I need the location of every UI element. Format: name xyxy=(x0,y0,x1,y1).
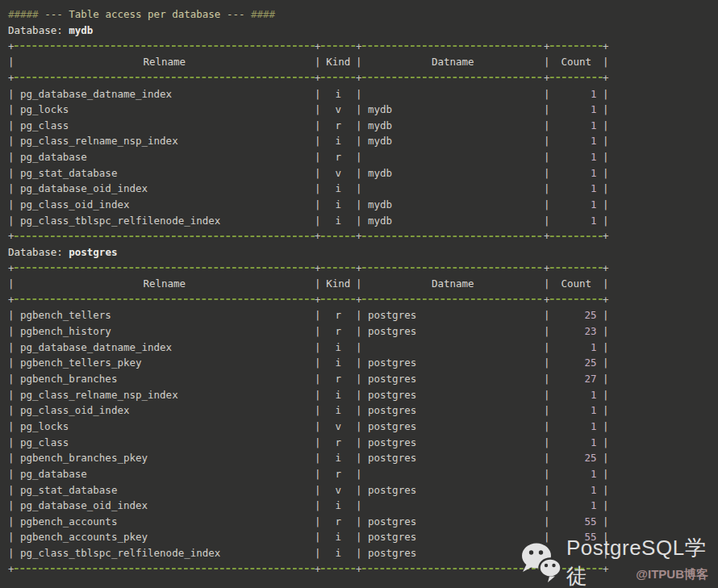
border-dash xyxy=(550,260,603,276)
column-separator: | xyxy=(8,468,15,480)
column-separator: | xyxy=(544,88,550,100)
column-separator: | xyxy=(356,468,362,480)
column-separator: | xyxy=(315,215,321,227)
datname-cell: postgres xyxy=(362,531,545,543)
column-separator: | xyxy=(8,167,15,179)
column-header: Datname xyxy=(362,277,545,290)
database-label: Database: xyxy=(8,24,63,36)
column-separator: | xyxy=(356,373,362,385)
border-dash xyxy=(15,260,315,276)
table-border: +++++ xyxy=(8,292,718,308)
column-separator: | xyxy=(544,309,550,321)
table-row: |pg_database|r||1| xyxy=(8,149,718,165)
count-cell: 1 xyxy=(550,88,603,100)
border-dash xyxy=(15,561,315,577)
column-separator: | xyxy=(603,389,609,401)
kind-cell: i xyxy=(321,547,357,559)
column-separator: | xyxy=(8,277,15,290)
datname-cell: postgres xyxy=(362,515,545,528)
database-name: mydb xyxy=(69,24,93,36)
column-separator: | xyxy=(544,547,550,559)
relname-cell: pgbench_accounts_pkey xyxy=(15,531,315,543)
column-separator: | xyxy=(544,531,550,543)
column-separator: | xyxy=(544,452,550,464)
table-row: |pgbench_accounts_pkey|i|postgres|55| xyxy=(8,529,718,545)
relname-cell: pg_stat_database xyxy=(15,484,315,496)
count-cell: 25 xyxy=(550,309,603,321)
relname-cell: pg_database xyxy=(15,468,315,480)
column-separator: | xyxy=(544,103,550,115)
table-row: |pg_class_oid_index|i|postgres|1| xyxy=(8,402,718,419)
column-separator: | xyxy=(8,436,15,448)
count-cell: 1 xyxy=(550,103,603,115)
column-separator: | xyxy=(8,198,15,211)
column-separator: | xyxy=(603,325,609,337)
column-separator: | xyxy=(8,341,15,353)
column-separator: | xyxy=(603,341,609,353)
border-junction: + xyxy=(356,262,362,274)
column-separator: | xyxy=(8,515,15,528)
column-separator: | xyxy=(603,215,609,227)
column-separator: | xyxy=(315,309,321,321)
column-separator: | xyxy=(356,88,362,100)
column-separator: | xyxy=(315,436,321,448)
datname-cell: postgres xyxy=(362,389,545,401)
datname-cell: postgres xyxy=(362,420,545,432)
table-border: +++++ xyxy=(8,561,718,577)
title-hash-right: #### xyxy=(251,8,275,20)
datname-cell: postgres xyxy=(362,484,545,496)
column-separator: | xyxy=(8,135,15,147)
border-junction: + xyxy=(8,262,15,274)
column-separator: | xyxy=(356,547,362,559)
column-separator: | xyxy=(356,167,362,179)
count-cell: 1 xyxy=(550,215,603,227)
kind-cell: i xyxy=(321,389,357,401)
column-separator: | xyxy=(544,119,550,131)
kind-cell: r xyxy=(321,468,357,480)
border-junction: + xyxy=(8,72,15,84)
column-separator: | xyxy=(544,468,550,480)
border-junction: + xyxy=(356,294,362,306)
column-separator: | xyxy=(356,309,362,321)
column-separator: | xyxy=(8,404,15,416)
table-row: |pg_database_datname_index|i||1| xyxy=(8,339,718,355)
kind-cell: v xyxy=(321,103,357,115)
datname-cell: postgres xyxy=(362,404,545,416)
relname-cell: pg_class xyxy=(15,436,315,448)
relname-cell: pg_class xyxy=(15,119,315,131)
column-separator: | xyxy=(315,531,321,543)
column-separator: | xyxy=(544,420,550,432)
table-border: +++++ xyxy=(8,260,718,276)
border-junction: + xyxy=(315,72,321,84)
border-dash xyxy=(321,260,357,276)
relname-cell: pg_class_relname_nsp_index xyxy=(15,135,315,147)
border-junction: + xyxy=(603,563,609,575)
border-dash xyxy=(321,292,357,308)
kind-cell: i xyxy=(321,135,357,147)
column-separator: | xyxy=(603,468,609,480)
column-separator: | xyxy=(544,325,550,337)
column-separator: | xyxy=(315,135,321,147)
datname-cell: mydb xyxy=(362,135,545,147)
column-separator: | xyxy=(8,389,15,401)
column-separator: | xyxy=(356,198,362,211)
column-separator: | xyxy=(315,404,321,416)
column-header: Relname xyxy=(15,56,315,68)
column-separator: | xyxy=(544,135,550,147)
border-junction: + xyxy=(544,40,550,52)
title-text: --- Table access per database --- xyxy=(44,8,244,20)
relname-cell: pg_locks xyxy=(15,420,315,432)
kind-cell: r xyxy=(321,151,357,163)
border-dash xyxy=(15,292,315,308)
datname-cell: postgres xyxy=(362,452,545,464)
column-separator: | xyxy=(603,531,609,543)
column-separator: | xyxy=(8,56,15,68)
table-border: +++++ xyxy=(8,228,718,244)
count-cell: 55 xyxy=(550,515,603,528)
database-section-postgres: Database:postgres +++++|Relname|Kind|Dat… xyxy=(8,244,718,577)
kind-cell: i xyxy=(321,182,357,194)
border-junction: + xyxy=(603,40,609,52)
column-separator: | xyxy=(356,436,362,448)
column-separator: | xyxy=(544,357,550,369)
relname-cell: pgbench_tellers xyxy=(15,309,315,321)
